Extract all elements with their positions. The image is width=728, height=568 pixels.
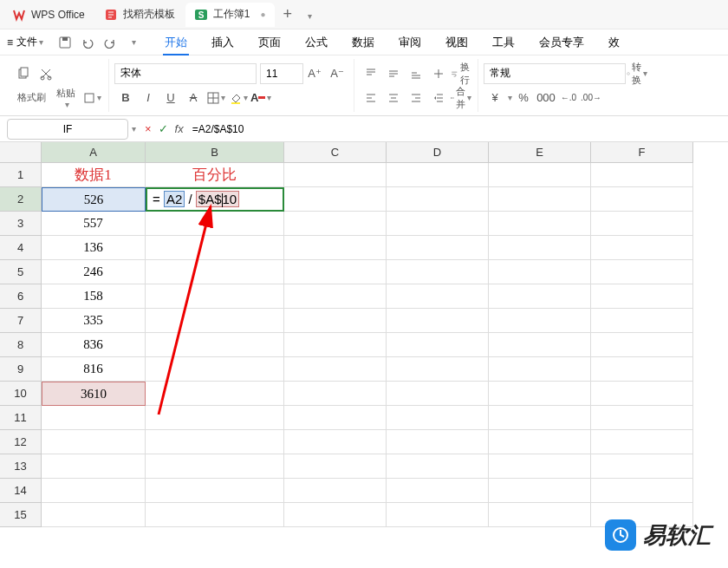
cell-F7[interactable]: [591, 309, 693, 333]
menu-tab-tools[interactable]: 工具: [480, 29, 527, 55]
redo-button[interactable]: [101, 33, 120, 52]
cell-C5[interactable]: [284, 260, 387, 284]
bold-button[interactable]: B: [115, 88, 136, 108]
cell-C13[interactable]: [284, 454, 387, 479]
cell-D6[interactable]: [387, 284, 489, 309]
cell-F10[interactable]: [591, 382, 693, 406]
cell-F9[interactable]: [591, 357, 693, 382]
cell-C9[interactable]: [284, 357, 387, 382]
cell-E7[interactable]: [489, 309, 591, 333]
menu-tab-review[interactable]: 审阅: [387, 29, 433, 55]
cell-E5[interactable]: [489, 260, 591, 284]
align-center-button[interactable]: [383, 88, 404, 108]
cell-C1[interactable]: [284, 163, 387, 187]
cell-E6[interactable]: [489, 284, 591, 309]
cell-D11[interactable]: [387, 406, 489, 430]
cell-F2[interactable]: [591, 187, 693, 212]
cell-B7[interactable]: [146, 309, 284, 333]
cell-C6[interactable]: [284, 284, 387, 309]
menu-tab-data[interactable]: 数据: [340, 29, 387, 55]
col-header-B[interactable]: B: [146, 142, 284, 163]
cell-C8[interactable]: [284, 333, 387, 357]
paste-options-button[interactable]: ▾: [81, 88, 102, 108]
cell-B10[interactable]: [146, 382, 284, 406]
cell-E10[interactable]: [489, 382, 591, 406]
row-header-4[interactable]: 4: [0, 236, 42, 260]
cell-F3[interactable]: [591, 212, 693, 236]
col-header-A[interactable]: A: [42, 142, 146, 163]
cell-E4[interactable]: [489, 236, 591, 260]
cell-B3[interactable]: [146, 212, 284, 236]
align-top-button[interactable]: [361, 63, 381, 84]
decrease-decimal-button[interactable]: ←.0: [558, 88, 579, 108]
cell-A13[interactable]: [42, 454, 146, 479]
formula-cancel-button[interactable]: ×: [145, 122, 152, 135]
cell-D5[interactable]: [387, 260, 489, 284]
save-button[interactable]: [55, 33, 75, 52]
cell-E9[interactable]: [489, 357, 591, 382]
italic-button[interactable]: I: [138, 88, 159, 108]
cell-E3[interactable]: [489, 212, 591, 236]
cell-A6[interactable]: 158: [42, 284, 146, 309]
cell-A5[interactable]: 246: [42, 260, 146, 284]
cell-D1[interactable]: [387, 163, 489, 187]
align-right-button[interactable]: [406, 88, 426, 108]
row-header-1[interactable]: 1: [0, 163, 42, 187]
cell-D10[interactable]: [387, 382, 489, 406]
row-header-2[interactable]: 2: [0, 187, 42, 212]
cell-C11[interactable]: [284, 406, 387, 430]
row-header-7[interactable]: 7: [0, 309, 42, 333]
align-bottom-button[interactable]: [406, 63, 426, 84]
cell-F5[interactable]: [591, 260, 693, 284]
cell-F14[interactable]: [591, 479, 693, 503]
menu-tab-insert[interactable]: 插入: [199, 29, 246, 55]
cell-F4[interactable]: [591, 236, 693, 260]
cell-C15[interactable]: [284, 503, 387, 527]
file-menu[interactable]: ≡ 文件 ▾: [7, 35, 43, 49]
cell-D14[interactable]: [387, 479, 489, 503]
font-color-button[interactable]: A▾: [250, 88, 271, 108]
formula-input[interactable]: [192, 119, 721, 140]
cell-A2[interactable]: 526: [42, 187, 146, 212]
cell-D3[interactable]: [387, 212, 489, 236]
row-header-3[interactable]: 3: [0, 212, 42, 236]
cell-E15[interactable]: [489, 503, 591, 527]
cell-D7[interactable]: [387, 309, 489, 333]
menu-tab-effect[interactable]: 效: [596, 29, 632, 55]
cell-E14[interactable]: [489, 479, 591, 503]
cell-D15[interactable]: [387, 503, 489, 527]
cell-F13[interactable]: [591, 454, 693, 479]
qat-more-button[interactable]: ▾: [123, 33, 142, 52]
cell-C4[interactable]: [284, 236, 387, 260]
cell-A11[interactable]: [42, 406, 146, 430]
cell-E2[interactable]: [489, 187, 591, 212]
col-header-D[interactable]: D: [387, 142, 489, 163]
col-header-E[interactable]: E: [489, 142, 591, 163]
indent-decrease-button[interactable]: [428, 88, 449, 108]
cell-D4[interactable]: [387, 236, 489, 260]
cell-B11[interactable]: [146, 406, 284, 430]
cell-E13[interactable]: [489, 454, 591, 479]
cell-E1[interactable]: [489, 163, 591, 187]
cell-A3[interactable]: 557: [42, 212, 146, 236]
cell-A1[interactable]: 数据1: [42, 163, 146, 187]
underline-button[interactable]: U: [160, 88, 181, 108]
cell-E11[interactable]: [489, 406, 591, 430]
comma-button[interactable]: 000: [536, 88, 556, 108]
cut-button[interactable]: [36, 63, 56, 84]
align-left-button[interactable]: [361, 88, 381, 108]
cell-D2[interactable]: [387, 187, 489, 212]
row-header-13[interactable]: 13: [0, 454, 42, 479]
cell-C10[interactable]: [284, 382, 387, 406]
border-button[interactable]: ▾: [205, 88, 226, 108]
row-header-11[interactable]: 11: [0, 406, 42, 430]
tab-template[interactable]: 找稻壳模板: [95, 3, 184, 27]
row-header-14[interactable]: 14: [0, 479, 42, 503]
increase-decimal-button[interactable]: .00→: [581, 88, 601, 108]
menu-tab-member[interactable]: 会员专享: [527, 29, 596, 55]
fill-color-button[interactable]: ▾: [228, 88, 249, 108]
row-header-6[interactable]: 6: [0, 284, 42, 309]
currency-button[interactable]: ¥: [484, 88, 505, 108]
tab-app[interactable]: WPS Office: [3, 3, 94, 27]
name-box[interactable]: [7, 119, 128, 140]
